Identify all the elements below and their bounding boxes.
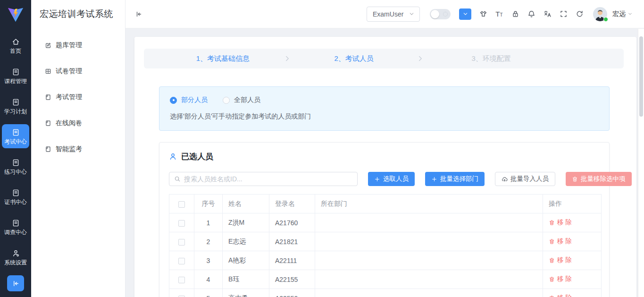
person-name: Z洪M — [223, 213, 269, 232]
department — [315, 289, 543, 297]
scope-box: 部分人员全部人员 选择'部分人员'可手动指定参加考试的人员或部门 — [159, 86, 610, 131]
primary-nav: 首页课程管理学习计划考试中心练习中心证书中心调查中心系统设置 — [2, 34, 29, 275]
sidebar-item-label: 调查中心 — [4, 229, 27, 235]
people-table: 序号姓名登录名所在部门操作 1Z洪MA21760移 除2E志远A21821移 除… — [169, 194, 602, 297]
sidebar-item-survey-center[interactable]: 调查中心 — [2, 215, 29, 239]
profile-menu[interactable]: 宏远 — [612, 10, 633, 18]
profile-name: 宏远 — [612, 10, 626, 18]
row-checkbox[interactable] — [178, 296, 185, 297]
menu-item-question-bank[interactable]: 题库管理 — [31, 32, 125, 58]
sidebar-item-course-management[interactable]: 课程管理 — [2, 64, 29, 88]
sidebar-item-exam-center[interactable]: 考试中心 — [2, 124, 29, 148]
scope-radio-1[interactable]: 部分人员 — [170, 96, 208, 104]
fullscreen-button[interactable] — [555, 10, 571, 18]
table-header-row: 序号姓名登录名所在部门操作 — [169, 195, 602, 213]
menu-item-online-marking[interactable]: 在线阅卷 — [31, 110, 125, 136]
person-name: B珏 — [223, 270, 269, 289]
language-button[interactable] — [539, 10, 555, 18]
batch-import-button[interactable]: 批量导入人员 — [495, 172, 555, 186]
sidebar-item-practice-center[interactable]: 练习中心 — [2, 154, 29, 178]
app-logo-icon — [7, 5, 25, 23]
theme-color-button[interactable] — [459, 8, 471, 20]
sidebar-item-label: 证书中心 — [4, 199, 27, 205]
doc-icon — [12, 98, 20, 106]
wizard-step-3[interactable]: 3、环境配置 — [425, 54, 624, 63]
step-wizard: 1、考试基础信息2、考试人员3、环境配置 — [144, 49, 624, 68]
sidebar-collapse-button[interactable] — [7, 275, 24, 291]
cloud-upload-icon — [502, 176, 508, 182]
column-header: 所在部门 — [315, 195, 543, 213]
chevron-down-icon — [627, 11, 633, 17]
dark-mode-toggle[interactable] — [430, 9, 451, 19]
batch-pick-depts-button[interactable]: 批量选择部门 — [425, 172, 485, 186]
menu-item-label: 考试管理 — [56, 93, 82, 102]
doc-icon — [12, 159, 20, 167]
page-card: 1、考试基础信息2、考试人员3、环境配置 部分人员全部人员 选择'部分人员'可手… — [134, 37, 636, 297]
sidebar-item-home[interactable]: 首页 — [2, 34, 29, 58]
menu-item-paper-management[interactable]: 试卷管理 — [31, 58, 125, 84]
login-name: A22111 — [269, 251, 315, 270]
menu-item-smart-proctor[interactable]: 智能监考 — [31, 136, 125, 162]
scrollbar-thumb[interactable] — [639, 36, 643, 117]
scope-radio-group: 部分人员全部人员 — [170, 96, 599, 104]
sidebar-item-label: 学习计划 — [4, 109, 27, 114]
panel-header: 已选人员 — [169, 151, 600, 162]
menu-collapse-icon[interactable] — [135, 10, 142, 18]
notifications-button[interactable] — [523, 10, 539, 18]
sidebar-item-label: 课程管理 — [4, 78, 27, 84]
grid-icon — [45, 68, 51, 75]
font-size-button[interactable]: TT — [491, 10, 507, 17]
refresh-button[interactable] — [571, 10, 587, 18]
translate-icon — [544, 10, 552, 18]
table-row: 2E志远A21821移 除 — [169, 232, 602, 251]
sidebar-item-label: 考试中心 — [4, 139, 27, 144]
remove-label: 移 除 — [557, 218, 572, 227]
chevron-right-icon — [283, 54, 292, 63]
row-index: 2 — [194, 232, 223, 251]
lock-screen-button[interactable] — [507, 10, 523, 18]
row-checkbox[interactable] — [178, 258, 185, 264]
select-all-checkbox[interactable] — [178, 201, 185, 208]
pick-people-button[interactable]: 选取人员 — [368, 172, 415, 186]
column-header: 登录名 — [269, 195, 315, 213]
fullscreen-icon — [560, 10, 568, 18]
home-icon — [12, 38, 20, 46]
wizard-step-1[interactable]: 1、考试基础信息 — [144, 54, 283, 63]
tshirt-icon — [479, 10, 487, 18]
batch-remove-button[interactable]: 批量移除选中项 — [566, 172, 632, 186]
secondary-sidebar: 宏远培训考试系统 题库管理试卷管理考试管理在线阅卷智能监考 — [31, 0, 125, 297]
user-avatar[interactable] — [593, 7, 607, 21]
department — [315, 270, 543, 289]
row-checkbox[interactable] — [178, 220, 185, 227]
wizard-step-2[interactable]: 2、考试人员 — [292, 54, 416, 63]
remove-button[interactable]: 移 除 — [549, 294, 572, 297]
row-checkbox[interactable] — [178, 277, 185, 283]
main-column: ExamUser TT — [125, 0, 644, 297]
remove-button[interactable]: 移 除 — [549, 218, 572, 227]
table-row: 4B珏A22155移 除 — [169, 270, 602, 289]
menu-item-exam-management[interactable]: 考试管理 — [31, 84, 125, 110]
row-checkbox[interactable] — [178, 239, 185, 246]
sidebar-item-label: 系统设置 — [4, 260, 27, 265]
search-input[interactable] — [184, 175, 352, 183]
remove-label: 移 除 — [557, 294, 572, 297]
bell-icon — [527, 10, 535, 18]
toggle-knob — [431, 10, 439, 18]
login-name: A21760 — [269, 213, 315, 232]
sidebar-item-system-settings[interactable]: 系统设置 — [2, 245, 29, 269]
remove-button[interactable]: 移 除 — [549, 256, 572, 264]
doc-icon — [12, 68, 20, 76]
table-row: 5高志勇A22550移 除 — [169, 289, 602, 297]
sidebar-item-study-plan[interactable]: 学习计划 — [2, 94, 29, 118]
toolbar-buttons: 选取人员批量选择部门批量导入人员批量移除选中项 — [368, 172, 632, 186]
user-role-select[interactable]: ExamUser — [367, 7, 420, 22]
sidebar-item-certificate-center[interactable]: 证书中心 — [2, 185, 29, 209]
remove-label: 移 除 — [557, 256, 572, 264]
button-label: 批量选择部门 — [440, 175, 478, 183]
remove-button[interactable]: 移 除 — [549, 275, 572, 283]
app-root: 首页课程管理学习计划考试中心练习中心证书中心调查中心系统设置 宏远培训考试系统 … — [0, 0, 644, 297]
theme-skin-button[interactable] — [475, 10, 491, 18]
row-index: 1 — [194, 213, 223, 232]
remove-button[interactable]: 移 除 — [549, 237, 572, 246]
scope-radio-2[interactable]: 全部人员 — [223, 96, 260, 104]
